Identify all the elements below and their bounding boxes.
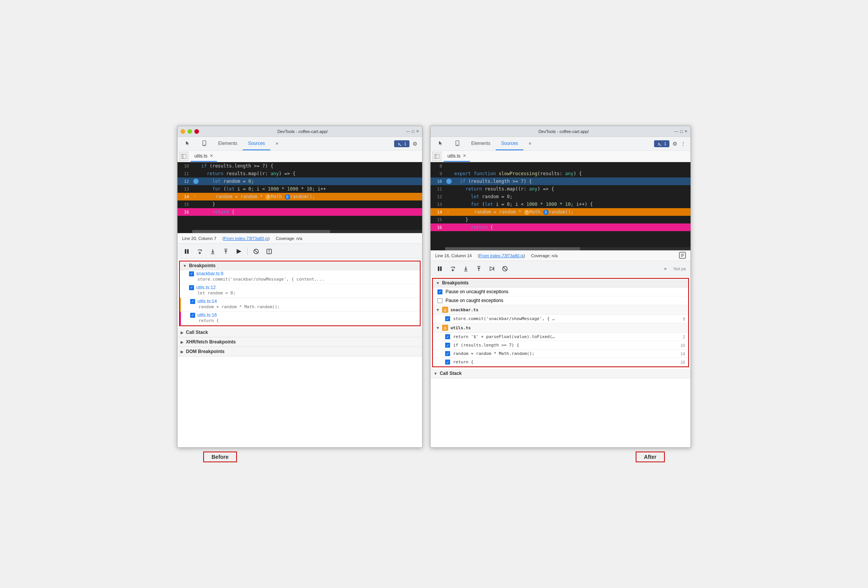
tab-mobile-left[interactable] <box>196 137 213 150</box>
breakpoints-chevron-right: ▼ <box>436 281 440 285</box>
pause-caught-checkbox[interactable] <box>437 298 442 303</box>
breakpoints-header-right[interactable]: ▼ Breakpoints <box>433 279 688 287</box>
bp-snackbar-0-code: store.commit('snackbar/showMessage', { … <box>453 316 674 321</box>
status-from-link-right[interactable]: From index-73f73a80.js <box>479 253 524 258</box>
bp-checkbox-utils12-left[interactable]: ✓ <box>189 285 194 290</box>
breakpoints-section-right: ▼ Breakpoints ✓ Pause on uncaught except… <box>432 278 689 367</box>
code-line-12-left: 12 let random = 0; <box>178 177 422 185</box>
bp-checkbox-utils14-left[interactable]: ✓ <box>190 299 195 304</box>
panel-area-left[interactable]: ▼ Breakpoints ✓ snackbar.ts:9 store.comm… <box>178 259 422 447</box>
svg-rect-6 <box>185 249 186 254</box>
step-btn-left[interactable] <box>234 247 243 256</box>
minimize-icon-left[interactable]: — <box>406 129 410 133</box>
pause-btn-left[interactable] <box>182 247 191 256</box>
file-tab-close-left[interactable]: ✕ <box>210 153 213 158</box>
dom-header-left[interactable]: ▶ DOM Breakpoints <box>178 347 422 356</box>
tab-elements-right[interactable]: Elements <box>466 137 496 150</box>
step-out-btn-right[interactable] <box>474 264 483 273</box>
step-btn-right[interactable] <box>487 264 496 273</box>
pause-exception-btn-left[interactable] <box>265 247 274 256</box>
deactivate-btn-right[interactable] <box>500 264 510 273</box>
tab-elements-left[interactable]: Elements <box>213 137 243 150</box>
tab-cursor-right[interactable] <box>432 137 449 150</box>
minimize-btn-left[interactable] <box>181 129 185 134</box>
bp-file-utils12-left: utils.ts:12 <box>196 285 216 290</box>
step-into-btn-right[interactable] <box>461 264 470 273</box>
before-label-container: Before <box>203 452 237 462</box>
file-group-snackbar[interactable]: ▼ {} snackbar.ts <box>433 305 688 315</box>
bp-snackbar-0: ✓ store.commit('snackbar/showMessage', {… <box>433 315 688 323</box>
bp-utils-3-check[interactable]: ✓ <box>445 360 450 365</box>
call-stack-label-left: Call Stack <box>186 330 208 335</box>
bp-utils-1-line: 10 <box>677 343 685 348</box>
step-out-btn-left[interactable] <box>221 247 230 256</box>
tab-more-right[interactable]: » <box>523 137 537 150</box>
restore-icon-right[interactable]: ◻ <box>680 129 683 133</box>
pause-uncaught-row: ✓ Pause on uncaught exceptions <box>433 287 688 296</box>
title-bar-right: DevTools - coffee-cart.app/ — ◻ ✕ <box>431 126 690 137</box>
file-tab-right[interactable]: utils.ts ✕ <box>444 151 470 162</box>
pause-caught-label: Pause on caught exceptions <box>446 298 503 303</box>
tab-sources-left[interactable]: Sources <box>243 137 270 150</box>
toolbar-sep-left <box>247 248 248 255</box>
file-tab-close-right[interactable]: ✕ <box>463 153 466 158</box>
call-stack-header-left[interactable]: ▶ Call Stack <box>178 328 422 337</box>
status-coverage-right: Coverage: n/a <box>531 253 557 258</box>
console-badge-left[interactable]: 1 <box>394 140 409 147</box>
file-tab-left[interactable]: utils.ts ✕ <box>191 151 217 162</box>
call-stack-header-right[interactable]: ▼ Call Stack <box>431 369 690 378</box>
code-line-10-left: 10 if (results.length >= 7) { <box>178 162 422 170</box>
file-group-utils[interactable]: ▼ {} utils.ts <box>433 323 688 333</box>
sidebar-toggle-right[interactable] <box>432 152 441 161</box>
code-line-16-right: 16 return { <box>431 223 690 231</box>
restore-icon-left[interactable]: ◻ <box>411 129 414 133</box>
title-bar-left: DevTools - coffee-cart.app/ — ◻ ✕ <box>178 126 422 137</box>
close-icon-right[interactable]: ✕ <box>684 129 687 133</box>
console-badge-right[interactable]: 1 <box>654 140 669 147</box>
window-title-right: DevTools - coffee-cart.app/ <box>453 129 674 134</box>
sidebar-toggle-left[interactable] <box>179 152 188 161</box>
bp-utils-0-check[interactable]: ✓ <box>445 334 450 339</box>
deactivate-btn-left[interactable] <box>252 247 261 256</box>
tab-sources-right[interactable]: Sources <box>496 137 523 150</box>
bp-utils-1: ✓ if (results.length >= 7) { 10 <box>433 341 688 350</box>
more-icon-right[interactable]: ⋮ <box>681 141 686 147</box>
title-icons-left: — ◻ ✕ <box>406 129 419 133</box>
panel-area-right[interactable]: ▼ Breakpoints ✓ Pause on uncaught except… <box>431 276 690 447</box>
bp-checkbox-utils16-left[interactable]: ✓ <box>190 313 195 318</box>
file-icon-utils: {} <box>442 325 448 331</box>
bp-utils-1-check[interactable]: ✓ <box>445 343 450 348</box>
code-area-right: 8 9 export function slowProcessing(resul… <box>431 162 690 250</box>
svg-rect-29 <box>440 266 442 271</box>
tab-cursor-left[interactable] <box>179 137 196 150</box>
settings-icon-left[interactable]: ⚙ <box>413 141 418 147</box>
code-line-9-right: 9 export function slowProcessing(results… <box>431 170 690 177</box>
maximize-btn-left[interactable] <box>187 129 192 134</box>
pause-uncaught-label: Pause on uncaught exceptions <box>446 289 508 294</box>
step-into-btn-left[interactable] <box>208 247 217 256</box>
xhr-header-left[interactable]: ▶ XHR/fetch Breakpoints <box>178 337 422 347</box>
tab-mobile-right[interactable] <box>449 137 466 150</box>
toolbar-left <box>178 244 422 259</box>
tab-more-left[interactable]: » <box>270 137 284 150</box>
pause-uncaught-checkbox[interactable]: ✓ <box>437 289 442 294</box>
close-icon-left[interactable]: ✕ <box>416 129 419 133</box>
step-over-btn-right[interactable] <box>448 264 457 273</box>
bp-checkbox-snackbar-left[interactable]: ✓ <box>189 271 194 276</box>
pause-btn-right[interactable] <box>435 264 444 273</box>
close-btn-left[interactable] <box>194 129 199 134</box>
breakpoints-header-left[interactable]: ▼ Breakpoints <box>180 261 420 270</box>
bp-utils-2-check[interactable]: ✓ <box>445 351 450 356</box>
code-line-10-right: 10 if (results.length >= 7) { <box>431 177 690 185</box>
toolbar-more-right[interactable]: » <box>664 266 667 271</box>
minimize-icon-right[interactable]: — <box>674 129 678 133</box>
svg-rect-19 <box>457 145 458 146</box>
xhr-chevron-left: ▶ <box>181 340 184 344</box>
code-area-left: 10 if (results.length >= 7) { 11 return … <box>178 162 422 233</box>
bp-file-utils14-left: utils.ts:14 <box>197 299 217 304</box>
bp-utils-2-line: 14 <box>677 351 685 356</box>
step-over-btn-left[interactable] <box>195 247 204 256</box>
status-from-link-left[interactable]: From index-73f73a80.js <box>224 236 268 241</box>
bp-snackbar-0-check[interactable]: ✓ <box>445 316 450 321</box>
settings-icon-right[interactable]: ⚙ <box>672 141 677 147</box>
